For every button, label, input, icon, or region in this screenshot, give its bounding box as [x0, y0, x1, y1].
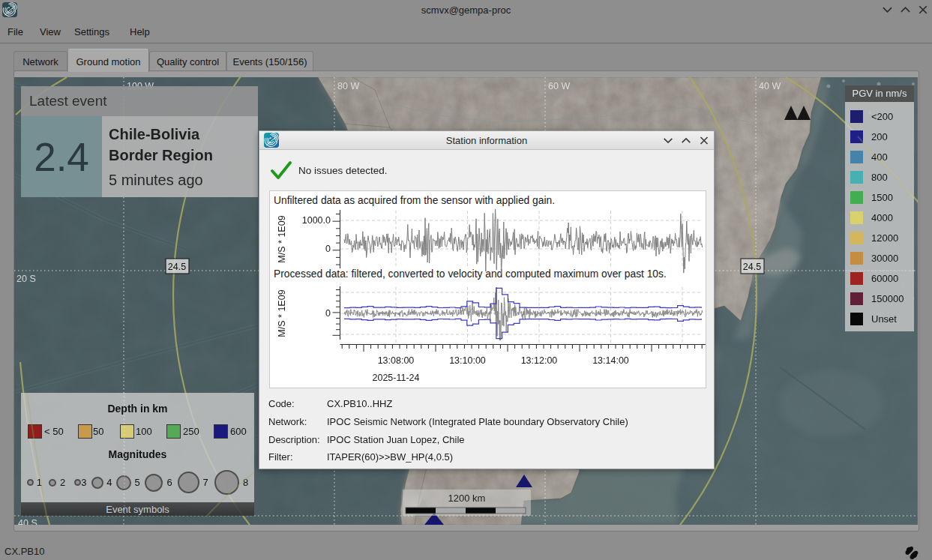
svg-text:0: 0 — [325, 308, 331, 319]
svg-text:0: 0 — [325, 244, 331, 254]
svg-text:2025-11-24: 2025-11-24 — [372, 373, 419, 383]
svg-text:1000.0: 1000.0 — [302, 215, 331, 226]
svg-text:13:14:00: 13:14:00 — [592, 355, 629, 366]
svg-text:24.5: 24.5 — [743, 262, 761, 272]
svg-text:80 W: 80 W — [337, 81, 359, 91]
svg-text:13:12:00: 13:12:00 — [521, 355, 558, 366]
svg-text:60 W: 60 W — [548, 81, 570, 91]
svg-text:20 S: 20 S — [16, 274, 36, 284]
svg-text:13:10:00: 13:10:00 — [449, 355, 486, 366]
svg-text:24.5: 24.5 — [168, 262, 186, 272]
svg-text:40 S: 40 S — [18, 518, 37, 525]
svg-text:M/S * 1E09: M/S * 1E09 — [277, 289, 287, 337]
svg-text:40 W: 40 W — [759, 81, 781, 91]
svg-text:13:08:00: 13:08:00 — [378, 355, 415, 366]
svg-text:M/S * 1E09: M/S * 1E09 — [277, 215, 287, 262]
